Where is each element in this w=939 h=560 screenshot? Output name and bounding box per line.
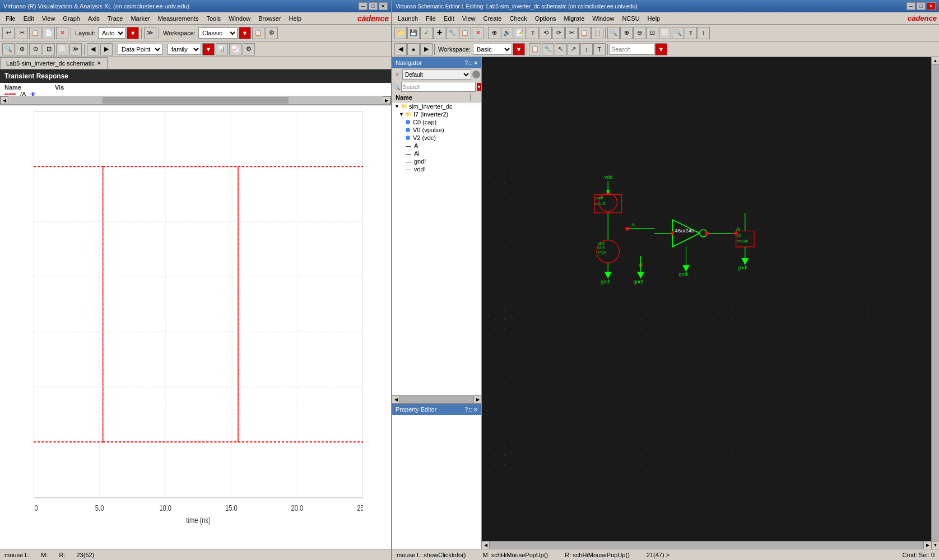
- left-close-btn[interactable]: ✕: [379, 2, 388, 10]
- scroll-right-btn[interactable]: ▶: [383, 96, 391, 104]
- right-minimize-btn[interactable]: ─: [907, 2, 915, 10]
- family-dropdown-btn[interactable]: ▼: [202, 43, 215, 55]
- tb2-btn-4[interactable]: ⊡: [43, 43, 55, 55]
- tb2-btn-7[interactable]: ◀: [87, 43, 99, 55]
- sch-scroll-down[interactable]: ▼: [932, 541, 939, 549]
- rtb2-btn-6[interactable]: 🔧: [542, 43, 554, 55]
- menu-trace[interactable]: Trace: [104, 14, 127, 23]
- nav-filter-select[interactable]: Default: [402, 69, 471, 80]
- rtb-btn-12[interactable]: ⟲: [540, 27, 552, 39]
- rtb-btn-11[interactable]: T: [527, 27, 539, 39]
- menu-edit[interactable]: Edit: [20, 14, 38, 23]
- tree-item-v2[interactable]: V2 (vdc): [392, 134, 481, 142]
- right-menu-edit[interactable]: Edit: [440, 14, 458, 23]
- menu-browser[interactable]: Browser: [255, 14, 284, 23]
- prop-help-btn[interactable]: ?: [464, 407, 468, 413]
- rtb2-btn-7[interactable]: ↖: [555, 43, 567, 55]
- family-select[interactable]: family: [168, 44, 201, 55]
- scroll-left-btn[interactable]: ◀: [1, 96, 8, 104]
- tree-item-c0[interactable]: C0 (cap): [392, 118, 481, 126]
- scroll-track[interactable]: [10, 97, 382, 104]
- menu-measurements[interactable]: Measurements: [155, 14, 202, 23]
- workspace-dropdown-btn[interactable]: ▼: [239, 27, 251, 39]
- tb-btn-2[interactable]: ✂: [16, 27, 28, 39]
- rtb-btn-21[interactable]: ⬜: [659, 27, 671, 39]
- rtb2-btn-10[interactable]: T: [593, 43, 606, 55]
- tree-item-gnd[interactable]: — gnd!: [392, 157, 481, 165]
- left-maximize-btn[interactable]: □: [369, 2, 378, 10]
- tree-item-a[interactable]: — A: [392, 142, 481, 150]
- prop-close-btn[interactable]: ✕: [473, 407, 478, 413]
- rtb-btn-10[interactable]: 📝: [514, 27, 526, 39]
- rtb-btn-9[interactable]: 🔊: [501, 27, 513, 39]
- nav-search-input[interactable]: [401, 82, 476, 92]
- nav-help-btn[interactable]: ?: [464, 60, 468, 66]
- rtb-btn-15[interactable]: 📋: [578, 27, 591, 39]
- tb-btn-7[interactable]: 📋: [252, 27, 264, 39]
- tb-btn-4[interactable]: 📄: [43, 27, 55, 39]
- right-menu-help[interactable]: Help: [644, 14, 664, 23]
- tb-btn-5[interactable]: ✕: [56, 27, 68, 39]
- workspace-select[interactable]: Classic: [198, 27, 238, 39]
- menu-tools[interactable]: Tools: [203, 14, 224, 23]
- right-menu-migrate[interactable]: Migrate: [561, 14, 588, 23]
- menu-view[interactable]: View: [39, 14, 59, 23]
- tree-item-vdd[interactable]: — vdd!: [392, 165, 481, 173]
- rtb2-btn-2[interactable]: ●: [407, 43, 420, 55]
- right-menu-file[interactable]: File: [422, 14, 439, 23]
- h-scrollbar-top[interactable]: ◀ ▶: [0, 96, 391, 105]
- data-point-select[interactable]: Data Point: [118, 44, 162, 55]
- nav-scroll-track[interactable]: [400, 396, 473, 403]
- rtb2-btn-8[interactable]: ↗: [568, 43, 580, 55]
- rtb-btn-17[interactable]: 🔍: [607, 27, 620, 39]
- sch-scroll-track[interactable]: [490, 542, 923, 549]
- rtb-btn-2[interactable]: 💾: [407, 27, 420, 39]
- prop-float-btn[interactable]: □: [469, 407, 472, 413]
- rtb2-btn-4[interactable]: ▼: [513, 43, 525, 55]
- menu-window[interactable]: Window: [225, 14, 254, 23]
- sch-vscroll-track[interactable]: [932, 65, 939, 541]
- tb-btn-8[interactable]: ⚙: [266, 27, 278, 39]
- nav-scroll-right[interactable]: ▶: [473, 396, 481, 403]
- right-menu-check[interactable]: Check: [506, 14, 530, 23]
- tb2-btn-9[interactable]: 📊: [216, 43, 228, 55]
- rtb-btn-18[interactable]: ⊕: [620, 27, 633, 39]
- schematic-hscrollbar[interactable]: ◀ ▶: [482, 541, 931, 549]
- tb2-btn-6[interactable]: ≫: [69, 43, 82, 55]
- menu-graph[interactable]: Graph: [59, 14, 83, 23]
- rtb-btn-22[interactable]: 🔍: [672, 27, 684, 39]
- right-menu-create[interactable]: Create: [480, 14, 505, 23]
- rtb-btn-6[interactable]: 📋: [459, 27, 471, 39]
- tree-item-i7[interactable]: ▼ 📁 I7 (inverter2): [392, 110, 481, 118]
- right-menu-options[interactable]: Options: [532, 14, 560, 23]
- right-menu-window[interactable]: Window: [589, 14, 617, 23]
- tb2-btn-5[interactable]: ⬜: [56, 43, 68, 55]
- menu-axis[interactable]: Axis: [85, 14, 103, 23]
- schematic-canvas[interactable]: vdd vdd! vdc=5: [482, 57, 931, 541]
- layout-dropdown-arrow[interactable]: ▼: [127, 27, 139, 39]
- tb2-btn-11[interactable]: ⚙: [243, 43, 255, 55]
- right-workspace-select[interactable]: Basic: [473, 44, 512, 55]
- nav-close-btn[interactable]: ✕: [473, 60, 478, 66]
- menu-file[interactable]: File: [2, 14, 19, 23]
- tree-item-sim-inverter-dc[interactable]: ▼ 📁 sim_inverter_dc: [392, 102, 481, 110]
- rtb2-btn-3[interactable]: ▶: [420, 43, 433, 55]
- tab-close-btn[interactable]: ✕: [97, 60, 101, 66]
- menu-marker[interactable]: Marker: [127, 14, 153, 23]
- nav-scroll-left[interactable]: ◀: [392, 396, 400, 403]
- rtb-btn-24[interactable]: I: [698, 27, 710, 39]
- schematic-vscrollbar[interactable]: ▲ ▼: [931, 57, 939, 549]
- rtb-btn-4[interactable]: ✚: [433, 27, 445, 39]
- rtb-btn-19[interactable]: ⊖: [633, 27, 645, 39]
- nav-hscrollbar[interactable]: ◀ ▶: [392, 395, 481, 403]
- rtb2-btn-9[interactable]: ↕: [580, 43, 593, 55]
- scroll-thumb[interactable]: [103, 97, 289, 104]
- sch-scroll-right[interactable]: ▶: [923, 542, 931, 549]
- tb-btn-6[interactable]: ≫: [144, 27, 156, 39]
- rtb2-btn-5[interactable]: 📋: [529, 43, 541, 55]
- menu-help[interactable]: Help: [286, 14, 305, 23]
- chart-container[interactable]: 6 5 4 3 2 1 0 -1 0.0 5.0 10.0 15.0 20.0 …: [0, 106, 391, 549]
- rtb2-btn-1[interactable]: ◀: [394, 43, 407, 55]
- rtb-btn-13[interactable]: ⟳: [552, 27, 565, 39]
- right-menu-view[interactable]: View: [459, 14, 479, 23]
